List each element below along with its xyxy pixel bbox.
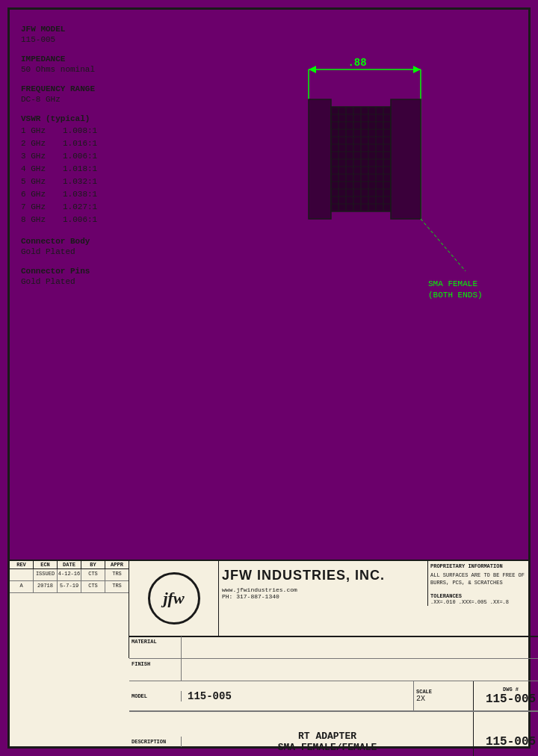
dwg-block-desc: 115-005 [473,712,538,756]
rev-cell: CTS [81,569,105,580]
rev-cell: TRS [105,569,129,580]
dwg-label: DWG # [503,687,519,693]
desc-value: RT ADAPTER SMA FEMALE/FEMALE [182,728,473,755]
rev-cell: 4-12-16 [58,569,81,580]
prop-label: PROPRIETARY INFORMATION [430,563,526,569]
svg-rect-28 [391,99,421,219]
desc-label: DESCRIPTION [129,737,182,747]
desc-line1: RT ADAPTER [298,731,356,742]
rev-table: REVECNDATEBYAPPR ISSUED4-12-16CTSTRSA207… [10,561,129,658]
rev-cell [10,569,34,580]
tolerances: TOLERANCES .XX=.010 .XXX=.005 .XX=.8 [430,593,526,607]
connector-pins-value: Gold Plated [21,277,185,286]
scale-value: 2X [416,695,471,703]
company-phone: PH: 317-887-1340 [222,593,424,600]
company-web: www.jfwindustries.com [222,586,424,593]
dwg-number: 115-005 [486,693,536,706]
vswr-row: 8 GHz1.006:1 [21,214,185,226]
prop-text: ALL SURFACES ARE TO BE FREE OF BURRS, PC… [430,572,526,587]
frequency-label: FREQUENCY RANGE [21,84,185,93]
vswr-row: 2 GHz1.016:1 [21,137,185,150]
svg-text:.88: .88 [347,57,366,69]
finish-label: FINISH [129,659,182,681]
finish-row: FINISH [129,659,538,681]
vswr-label: VSWR (typical) [21,114,185,123]
outer-border: JFW MODEL 115-005 IMPEDANCE 50 Ohms nomi… [7,7,531,749]
impedance-value: 50 Ohms nominal [21,65,185,74]
specs-panel: JFW MODEL 115-005 IMPEDANCE 50 Ohms nomi… [21,25,185,297]
impedance-label: IMPEDANCE [21,55,185,63]
rev-header-cell: DATE [58,561,81,568]
model-field-label: MODEL [129,691,182,701]
rev-cell: TRS [105,581,129,592]
tolerances-values: .XX=.010 .XXX=.005 .XX=.8 [430,599,526,607]
frequency-value: DC-8 GHz [21,95,185,104]
vswr-row: 5 GHz1.032:1 [21,176,185,188]
model-row: MODEL 115-005 SCALE 2X DWG # 115-005 [129,681,538,711]
vswr-table: 1 GHz1.008:12 GHz1.016:13 GHz1.006:14 GH… [21,125,185,226]
rev-header-cell: ECN [34,561,58,568]
vswr-row: 3 GHz1.006:1 [21,150,185,163]
dwg-number-desc: 115-005 [486,735,536,749]
rev-cell: 5-7-19 [58,581,81,592]
material-value [182,636,538,658]
model-label: JFW MODEL [21,25,185,34]
vswr-row: 1 GHz1.008:1 [21,125,185,137]
rev-header-cell: BY [81,561,105,568]
svg-marker-1 [309,66,316,73]
rev-header-cell: REV [10,561,34,568]
scale-block: SCALE 2X [413,681,473,710]
connector-pins-label: Connector Pins [21,267,185,276]
connector-body-value: Gold Plated [21,247,185,256]
svg-marker-2 [413,66,421,73]
desc-row: DESCRIPTION RT ADAPTER SMA FEMALE/FEMALE… [129,711,538,756]
vswr-row: 7 GHz1.027:1 [21,201,185,214]
material-row: MATERIAL [129,636,538,659]
scale-label: SCALE [416,689,471,695]
connector-body-label: Connector Body [21,237,185,246]
vswr-row: 6 GHz1.038:1 [21,188,185,201]
rev-cell: CTS [81,581,105,592]
material-label: MATERIAL [129,636,182,658]
model-value: 115-005 [21,35,185,44]
bottom-fields: MATERIAL FINISH MODEL 115-005 SCALE 2X [129,636,538,748]
svg-text:(BOTH ENDS): (BOTH ENDS) [428,291,483,300]
desc-line2: SMA FEMALE/FEMALE [278,742,377,753]
svg-line-29 [421,219,466,271]
logo-area: jfw [129,561,219,636]
company-area: JFW INDUSTRIES, INC. www.jfwindustries.c… [219,561,428,606]
model-field-value: 115-005 [182,688,413,704]
finish-value [182,659,538,681]
vswr-row: 4 GHz1.018:1 [21,163,185,176]
title-block: REVECNDATEBYAPPR ISSUED4-12-16CTSTRSA207… [10,560,528,746]
jfw-logo: jfw [148,572,200,625]
rev-cell: 20718 [34,581,58,592]
rev-cell: ISSUED [34,569,58,580]
rev-data-row: ISSUED4-12-16CTSTRS [10,569,129,581]
drawing-area: .88 [189,17,518,480]
dwg-number-block: DWG # 115-005 [473,681,538,710]
tolerances-label: TOLERANCES [430,593,526,599]
svg-rect-6 [309,99,331,219]
company-name: JFW INDUSTRIES, INC. [222,568,424,583]
rev-header-cell: APPR [105,561,129,568]
svg-text:SMA FEMALE: SMA FEMALE [428,279,477,288]
rev-cell: A [10,581,34,592]
rev-data-row: A207185-7-19CTSTRS [10,581,129,593]
